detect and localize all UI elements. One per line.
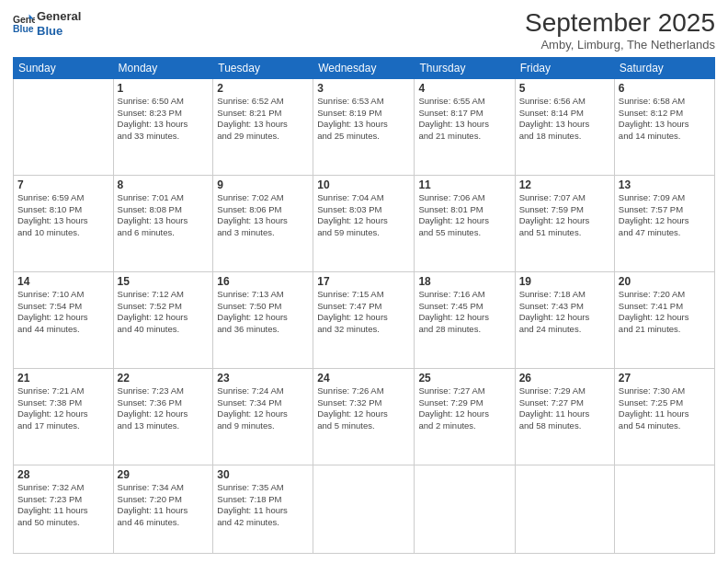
day-info: Sunrise: 7:13 AM Sunset: 7:50 PM Dayligh… bbox=[217, 289, 309, 336]
calendar-cell: 29Sunrise: 7:34 AM Sunset: 7:20 PM Dayli… bbox=[113, 465, 213, 553]
day-info: Sunrise: 7:18 AM Sunset: 7:43 PM Dayligh… bbox=[519, 289, 610, 336]
calendar-cell: 19Sunrise: 7:18 AM Sunset: 7:43 PM Dayli… bbox=[515, 271, 614, 368]
day-number: 4 bbox=[418, 82, 510, 95]
day-number: 14 bbox=[17, 275, 109, 288]
day-info: Sunrise: 7:12 AM Sunset: 7:52 PM Dayligh… bbox=[118, 289, 210, 336]
calendar-cell: 10Sunrise: 7:04 AM Sunset: 8:03 PM Dayli… bbox=[313, 175, 415, 271]
day-number: 22 bbox=[118, 372, 210, 385]
col-header-sunday: Sunday bbox=[14, 57, 114, 78]
col-header-tuesday: Tuesday bbox=[213, 57, 313, 78]
day-info: Sunrise: 7:02 AM Sunset: 8:06 PM Dayligh… bbox=[217, 192, 309, 239]
calendar-cell: 26Sunrise: 7:29 AM Sunset: 7:27 PM Dayli… bbox=[515, 368, 614, 465]
day-number: 21 bbox=[17, 372, 109, 385]
day-info: Sunrise: 7:09 AM Sunset: 7:57 PM Dayligh… bbox=[619, 192, 711, 239]
day-number: 15 bbox=[118, 275, 210, 288]
day-info: Sunrise: 7:23 AM Sunset: 7:36 PM Dayligh… bbox=[118, 385, 210, 432]
day-number: 20 bbox=[619, 275, 711, 288]
week-row-5: 28Sunrise: 7:32 AM Sunset: 7:23 PM Dayli… bbox=[14, 465, 715, 553]
day-number: 19 bbox=[519, 275, 610, 288]
day-info: Sunrise: 7:29 AM Sunset: 7:27 PM Dayligh… bbox=[519, 385, 610, 432]
day-number: 3 bbox=[317, 82, 410, 95]
day-number: 28 bbox=[17, 468, 109, 481]
col-header-monday: Monday bbox=[113, 57, 213, 78]
calendar-cell: 30Sunrise: 7:35 AM Sunset: 7:18 PM Dayli… bbox=[213, 465, 313, 553]
day-info: Sunrise: 7:34 AM Sunset: 7:20 PM Dayligh… bbox=[118, 482, 210, 529]
logo-general: General bbox=[37, 9, 81, 24]
day-number: 7 bbox=[17, 178, 109, 191]
day-number: 18 bbox=[418, 275, 510, 288]
day-number: 1 bbox=[118, 82, 210, 95]
logo-icon: General Blue bbox=[13, 13, 35, 35]
day-number: 5 bbox=[519, 82, 610, 95]
day-info: Sunrise: 6:52 AM Sunset: 8:21 PM Dayligh… bbox=[217, 96, 309, 143]
week-row-4: 21Sunrise: 7:21 AM Sunset: 7:38 PM Dayli… bbox=[14, 368, 715, 465]
week-row-3: 14Sunrise: 7:10 AM Sunset: 7:54 PM Dayli… bbox=[14, 271, 715, 368]
day-number: 25 bbox=[418, 372, 510, 385]
calendar-cell: 2Sunrise: 6:52 AM Sunset: 8:21 PM Daylig… bbox=[213, 78, 313, 175]
day-info: Sunrise: 7:20 AM Sunset: 7:41 PM Dayligh… bbox=[619, 289, 711, 336]
week-row-2: 7Sunrise: 6:59 AM Sunset: 8:10 PM Daylig… bbox=[14, 175, 715, 271]
day-info: Sunrise: 6:55 AM Sunset: 8:17 PM Dayligh… bbox=[418, 96, 510, 143]
header: General Blue General Blue September 2025… bbox=[13, 9, 715, 52]
day-info: Sunrise: 7:01 AM Sunset: 8:08 PM Dayligh… bbox=[118, 192, 210, 239]
day-number: 27 bbox=[619, 372, 711, 385]
calendar-cell: 20Sunrise: 7:20 AM Sunset: 7:41 PM Dayli… bbox=[614, 271, 714, 368]
calendar-cell: 1Sunrise: 6:50 AM Sunset: 8:23 PM Daylig… bbox=[113, 78, 213, 175]
day-number: 6 bbox=[619, 82, 711, 95]
day-number: 16 bbox=[217, 275, 309, 288]
calendar-cell: 28Sunrise: 7:32 AM Sunset: 7:23 PM Dayli… bbox=[14, 465, 114, 553]
day-info: Sunrise: 7:04 AM Sunset: 8:03 PM Dayligh… bbox=[317, 192, 410, 239]
page: General Blue General Blue September 2025… bbox=[0, 0, 728, 563]
day-info: Sunrise: 7:27 AM Sunset: 7:29 PM Dayligh… bbox=[418, 385, 510, 432]
calendar-cell: 18Sunrise: 7:16 AM Sunset: 7:45 PM Dayli… bbox=[415, 271, 515, 368]
calendar-cell: 15Sunrise: 7:12 AM Sunset: 7:52 PM Dayli… bbox=[113, 271, 213, 368]
day-info: Sunrise: 7:32 AM Sunset: 7:23 PM Dayligh… bbox=[17, 482, 109, 529]
col-header-saturday: Saturday bbox=[614, 57, 714, 78]
col-header-thursday: Thursday bbox=[415, 57, 515, 78]
calendar-cell: 11Sunrise: 7:06 AM Sunset: 8:01 PM Dayli… bbox=[415, 175, 515, 271]
logo-blue: Blue bbox=[37, 24, 81, 39]
day-number: 24 bbox=[317, 372, 410, 385]
day-number: 8 bbox=[118, 178, 210, 191]
col-header-friday: Friday bbox=[515, 57, 614, 78]
calendar-cell: 12Sunrise: 7:07 AM Sunset: 7:59 PM Dayli… bbox=[515, 175, 614, 271]
calendar-cell: 22Sunrise: 7:23 AM Sunset: 7:36 PM Dayli… bbox=[113, 368, 213, 465]
week-row-1: 1Sunrise: 6:50 AM Sunset: 8:23 PM Daylig… bbox=[14, 78, 715, 175]
day-info: Sunrise: 7:30 AM Sunset: 7:25 PM Dayligh… bbox=[619, 385, 711, 432]
calendar-cell bbox=[14, 78, 114, 175]
calendar-cell: 25Sunrise: 7:27 AM Sunset: 7:29 PM Dayli… bbox=[415, 368, 515, 465]
day-number: 12 bbox=[519, 178, 610, 191]
calendar-cell bbox=[515, 465, 614, 553]
calendar-cell: 14Sunrise: 7:10 AM Sunset: 7:54 PM Dayli… bbox=[14, 271, 114, 368]
calendar-cell: 13Sunrise: 7:09 AM Sunset: 7:57 PM Dayli… bbox=[614, 175, 714, 271]
col-header-wednesday: Wednesday bbox=[313, 57, 415, 78]
day-number: 29 bbox=[118, 468, 210, 481]
day-number: 17 bbox=[317, 275, 410, 288]
calendar-cell bbox=[415, 465, 515, 553]
svg-text:Blue: Blue bbox=[13, 23, 34, 33]
calendar-cell: 21Sunrise: 7:21 AM Sunset: 7:38 PM Dayli… bbox=[14, 368, 114, 465]
day-info: Sunrise: 6:50 AM Sunset: 8:23 PM Dayligh… bbox=[118, 96, 210, 143]
day-info: Sunrise: 7:15 AM Sunset: 7:47 PM Dayligh… bbox=[317, 289, 410, 336]
main-title: September 2025 bbox=[525, 9, 715, 38]
calendar-cell: 3Sunrise: 6:53 AM Sunset: 8:19 PM Daylig… bbox=[313, 78, 415, 175]
day-info: Sunrise: 7:26 AM Sunset: 7:32 PM Dayligh… bbox=[317, 385, 410, 432]
day-info: Sunrise: 7:35 AM Sunset: 7:18 PM Dayligh… bbox=[217, 482, 309, 529]
day-number: 13 bbox=[619, 178, 711, 191]
calendar-cell: 27Sunrise: 7:30 AM Sunset: 7:25 PM Dayli… bbox=[614, 368, 714, 465]
day-info: Sunrise: 7:21 AM Sunset: 7:38 PM Dayligh… bbox=[17, 385, 109, 432]
calendar-cell: 16Sunrise: 7:13 AM Sunset: 7:50 PM Dayli… bbox=[213, 271, 313, 368]
day-info: Sunrise: 7:16 AM Sunset: 7:45 PM Dayligh… bbox=[418, 289, 510, 336]
calendar-cell: 6Sunrise: 6:58 AM Sunset: 8:12 PM Daylig… bbox=[614, 78, 714, 175]
calendar-cell: 17Sunrise: 7:15 AM Sunset: 7:47 PM Dayli… bbox=[313, 271, 415, 368]
day-number: 9 bbox=[217, 178, 309, 191]
day-info: Sunrise: 7:10 AM Sunset: 7:54 PM Dayligh… bbox=[17, 289, 109, 336]
header-row: SundayMondayTuesdayWednesdayThursdayFrid… bbox=[14, 57, 715, 78]
subtitle: Amby, Limburg, The Netherlands bbox=[525, 38, 715, 52]
calendar-cell: 7Sunrise: 6:59 AM Sunset: 8:10 PM Daylig… bbox=[14, 175, 114, 271]
calendar-cell: 24Sunrise: 7:26 AM Sunset: 7:32 PM Dayli… bbox=[313, 368, 415, 465]
title-block: September 2025 Amby, Limburg, The Nether… bbox=[525, 9, 715, 52]
day-info: Sunrise: 6:59 AM Sunset: 8:10 PM Dayligh… bbox=[17, 192, 109, 239]
day-info: Sunrise: 7:07 AM Sunset: 7:59 PM Dayligh… bbox=[519, 192, 610, 239]
calendar-cell bbox=[313, 465, 415, 553]
